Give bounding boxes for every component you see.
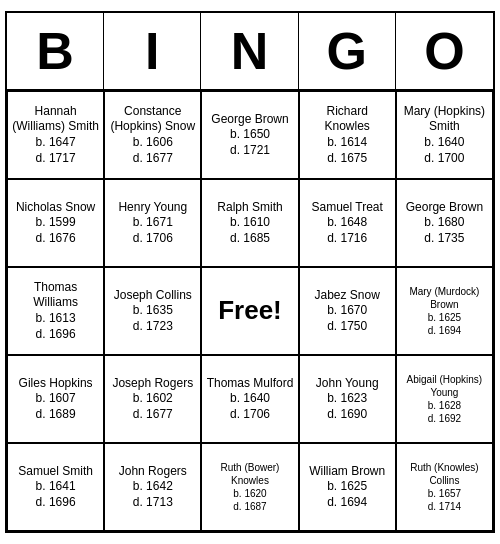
cell-birth: b. 1610 xyxy=(217,215,282,231)
cell-birth: b. 1602 xyxy=(112,391,193,407)
cell-birth: b. 1657 xyxy=(401,487,488,500)
bingo-cell-r3-c0: Giles Hopkinsb. 1607d. 1689 xyxy=(7,355,104,443)
cell-name: William Brown xyxy=(309,464,385,480)
cell-death: d. 1690 xyxy=(316,407,379,423)
cell-death: d. 1687 xyxy=(206,500,293,513)
cell-birth: b. 1635 xyxy=(114,303,192,319)
cell-death: d. 1689 xyxy=(19,407,93,423)
bingo-cell-r0-c1: Constance (Hopkins) Snowb. 1606d. 1677 xyxy=(104,91,201,179)
cell-death: d. 1696 xyxy=(18,495,93,511)
cell-birth: b. 1599 xyxy=(16,215,95,231)
cell-death: d. 1706 xyxy=(118,231,187,247)
cell-death: d. 1713 xyxy=(119,495,187,511)
cell-birth: b. 1680 xyxy=(406,215,483,231)
bingo-letter-i: I xyxy=(104,13,201,89)
bingo-cell-r0-c3: Richard Knowlesb. 1614d. 1675 xyxy=(299,91,396,179)
bingo-card: BINGO Hannah (Williams) Smithb. 1647d. 1… xyxy=(5,11,495,533)
cell-death: d. 1676 xyxy=(16,231,95,247)
bingo-cell-r0-c2: George Brownb. 1650d. 1721 xyxy=(201,91,298,179)
bingo-letter-b: B xyxy=(7,13,104,89)
cell-birth: b. 1641 xyxy=(18,479,93,495)
bingo-cell-r4-c4: Ruth (Knowles) Collinsb. 1657d. 1714 xyxy=(396,443,493,531)
cell-birth: b. 1623 xyxy=(316,391,379,407)
bingo-cell-r2-c4: Mary (Murdock) Brownb. 1625d. 1694 xyxy=(396,267,493,355)
cell-death: d. 1716 xyxy=(312,231,383,247)
cell-name: John Rogers xyxy=(119,464,187,480)
cell-name: Thomas Williams xyxy=(12,280,99,311)
cell-birth: b. 1606 xyxy=(109,135,196,151)
bingo-cell-r3-c1: Joseph Rogersb. 1602d. 1677 xyxy=(104,355,201,443)
cell-name: Nicholas Snow xyxy=(16,200,95,216)
bingo-cell-r1-c3: Samuel Treatb. 1648d. 1716 xyxy=(299,179,396,267)
bingo-cell-r0-c0: Hannah (Williams) Smithb. 1647d. 1717 xyxy=(7,91,104,179)
cell-birth: b. 1671 xyxy=(118,215,187,231)
cell-name: Samuel Treat xyxy=(312,200,383,216)
cell-death: d. 1677 xyxy=(109,151,196,167)
bingo-cell-r1-c2: Ralph Smithb. 1610d. 1685 xyxy=(201,179,298,267)
bingo-letter-n: N xyxy=(201,13,298,89)
cell-birth: b. 1648 xyxy=(312,215,383,231)
cell-name: Mary (Hopkins) Smith xyxy=(401,104,488,135)
cell-name: Constance (Hopkins) Snow xyxy=(109,104,196,135)
bingo-cell-r4-c0: Samuel Smithb. 1641d. 1696 xyxy=(7,443,104,531)
bingo-cell-r4-c2: Ruth (Bower) Knowlesb. 1620d. 1687 xyxy=(201,443,298,531)
cell-birth: b. 1640 xyxy=(401,135,488,151)
bingo-cell-r1-c0: Nicholas Snowb. 1599d. 1676 xyxy=(7,179,104,267)
cell-birth: b. 1650 xyxy=(211,127,288,143)
cell-death: d. 1721 xyxy=(211,143,288,159)
bingo-letter-o: O xyxy=(396,13,493,89)
cell-birth: b. 1640 xyxy=(207,391,294,407)
cell-birth: b. 1625 xyxy=(401,311,488,324)
cell-birth: b. 1607 xyxy=(19,391,93,407)
cell-birth: b. 1620 xyxy=(206,487,293,500)
cell-name: Henry Young xyxy=(118,200,187,216)
cell-death: d. 1714 xyxy=(401,500,488,513)
cell-name: Thomas Mulford xyxy=(207,376,294,392)
cell-death: d. 1694 xyxy=(309,495,385,511)
cell-name: Mary (Murdock) Brown xyxy=(401,285,488,311)
cell-name: George Brown xyxy=(211,112,288,128)
cell-death: d. 1692 xyxy=(401,412,488,425)
cell-name: Samuel Smith xyxy=(18,464,93,480)
cell-birth: b. 1670 xyxy=(315,303,380,319)
cell-name: George Brown xyxy=(406,200,483,216)
bingo-cell-r3-c3: John Youngb. 1623d. 1690 xyxy=(299,355,396,443)
cell-name: Richard Knowles xyxy=(304,104,391,135)
cell-name: Jabez Snow xyxy=(315,288,380,304)
cell-birth: b. 1625 xyxy=(309,479,385,495)
bingo-cell-r2-c2: Free! xyxy=(201,267,298,355)
bingo-header: BINGO xyxy=(7,13,493,91)
cell-death: d. 1706 xyxy=(207,407,294,423)
cell-death: d. 1685 xyxy=(217,231,282,247)
bingo-cell-r4-c3: William Brownb. 1625d. 1694 xyxy=(299,443,396,531)
cell-name: Giles Hopkins xyxy=(19,376,93,392)
cell-name: Ralph Smith xyxy=(217,200,282,216)
cell-death: d. 1723 xyxy=(114,319,192,335)
bingo-grid: Hannah (Williams) Smithb. 1647d. 1717Con… xyxy=(7,91,493,531)
cell-death: d. 1696 xyxy=(12,327,99,343)
cell-death: d. 1677 xyxy=(112,407,193,423)
cell-name: Hannah (Williams) Smith xyxy=(12,104,99,135)
cell-name: John Young xyxy=(316,376,379,392)
bingo-cell-r4-c1: John Rogersb. 1642d. 1713 xyxy=(104,443,201,531)
cell-name: Joseph Rogers xyxy=(112,376,193,392)
cell-death: d. 1700 xyxy=(401,151,488,167)
cell-birth: b. 1614 xyxy=(304,135,391,151)
cell-name: Ruth (Knowles) Collins xyxy=(401,461,488,487)
bingo-cell-r2-c1: Joseph Collinsb. 1635d. 1723 xyxy=(104,267,201,355)
cell-death: d. 1694 xyxy=(401,324,488,337)
cell-death: d. 1717 xyxy=(12,151,99,167)
bingo-cell-r1-c4: George Brownb. 1680d. 1735 xyxy=(396,179,493,267)
cell-birth: b. 1628 xyxy=(401,399,488,412)
cell-birth: b. 1647 xyxy=(12,135,99,151)
bingo-cell-r0-c4: Mary (Hopkins) Smithb. 1640d. 1700 xyxy=(396,91,493,179)
bingo-cell-r3-c4: Abigail (Hopkins) Youngb. 1628d. 1692 xyxy=(396,355,493,443)
cell-death: d. 1675 xyxy=(304,151,391,167)
cell-death: d. 1735 xyxy=(406,231,483,247)
bingo-cell-r3-c2: Thomas Mulfordb. 1640d. 1706 xyxy=(201,355,298,443)
bingo-cell-r2-c3: Jabez Snowb. 1670d. 1750 xyxy=(299,267,396,355)
cell-birth: b. 1642 xyxy=(119,479,187,495)
cell-name: Joseph Collins xyxy=(114,288,192,304)
cell-name: Abigail (Hopkins) Young xyxy=(401,373,488,399)
bingo-cell-r1-c1: Henry Youngb. 1671d. 1706 xyxy=(104,179,201,267)
